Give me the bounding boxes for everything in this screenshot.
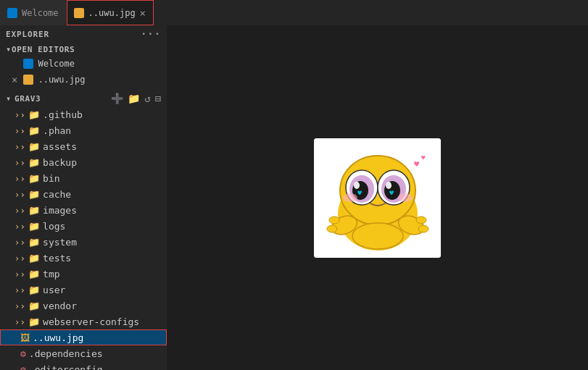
svg-text:♥: ♥ (414, 159, 420, 169)
grav3-label: GRAV3 (15, 94, 41, 104)
grav3-header-right: ➕ 📁 ↺ ⊟ (111, 93, 161, 104)
refresh-icon[interactable]: ↺ (144, 93, 150, 104)
editorconfig-icon: ⚙ (20, 364, 26, 371)
explorer-title: Explorer (6, 30, 49, 39)
sidebar-content: Open Editors × Welcome × ..uwu.jpg (0, 43, 167, 370)
tree-folder-vendor[interactable]: › 📁 vendor (0, 298, 167, 314)
folder-tmp-chevron: › (15, 269, 25, 279)
folder-assets-label: assets (43, 141, 77, 152)
svg-point-10 (354, 182, 360, 189)
folder-vendor-icon: 📁 (28, 300, 40, 311)
new-file-icon[interactable]: ➕ (111, 93, 123, 104)
uwu-file-icon (23, 75, 33, 85)
tab-uwu[interactable]: ..uwu.jpg × (67, 0, 154, 25)
folder-bin-icon: 📁 (28, 173, 40, 184)
folder-cache-icon: 📁 (28, 189, 40, 200)
tree-folder-system[interactable]: › 📁 system (0, 234, 167, 250)
folder-vendor-label: vendor (43, 300, 77, 311)
svg-point-11 (386, 182, 392, 189)
tree-folder-backup[interactable]: › 📁 backup (0, 154, 167, 170)
open-editors-section: Open Editors × Welcome × ..uwu.jpg (0, 43, 167, 91)
open-editors-label: Open Editors (12, 45, 75, 54)
tree-folder-user[interactable]: › 📁 user (0, 282, 167, 298)
open-editor-welcome-label: Welcome (38, 59, 75, 69)
folder-bin-label: bin (43, 173, 59, 184)
sidebar-menu-icon[interactable]: ··· (141, 28, 161, 40)
folder-github-chevron: › (15, 109, 25, 120)
folder-assets-chevron: › (15, 141, 25, 152)
folder-webserver-label: webserver-configs (43, 316, 139, 327)
tree-folder-logs[interactable]: › 📁 logs (0, 218, 167, 234)
folder-logs-label: logs (43, 221, 65, 232)
folder-system-label: system (43, 237, 77, 248)
folder-github-label: .github (43, 109, 83, 120)
dependencies-label: .dependencies (29, 348, 103, 359)
open-editors-chevron (6, 44, 12, 54)
tree-folder-cache[interactable]: › 📁 cache (0, 186, 167, 202)
grav3-section-header: GRAV3 ➕ 📁 ↺ ⊟ (0, 91, 167, 106)
folder-system-chevron: › (15, 237, 25, 248)
tree-file-editorconfig[interactable]: ⚙ .editorconfig (0, 361, 167, 370)
folder-user-label: user (43, 285, 65, 295)
tree-folder-webserver-configs[interactable]: › 📁 webserver-configs (0, 314, 167, 329)
tab-uwu-label: ..uwu.jpg (88, 8, 136, 18)
folder-user-chevron: › (15, 285, 25, 295)
tree-folder-assets[interactable]: › 📁 assets (0, 138, 167, 154)
tree-folder-phan[interactable]: › 📁 .phan (0, 122, 167, 138)
close-uwu-icon[interactable]: × (12, 74, 17, 85)
folder-backup-icon: 📁 (28, 157, 40, 168)
welcome-icon (7, 8, 17, 18)
open-editor-uwu-label: ..uwu.jpg (38, 75, 85, 85)
dependencies-icon: ⚙ (20, 348, 26, 359)
folder-tests-chevron: › (15, 253, 25, 264)
folder-backup-label: backup (43, 157, 77, 168)
folder-cache-label: cache (43, 189, 71, 200)
folder-phan-label: .phan (43, 125, 71, 136)
tree-folder-images[interactable]: › 📁 images (0, 202, 167, 218)
open-editor-uwu[interactable]: × ..uwu.jpg (0, 72, 167, 88)
open-editor-welcome[interactable]: × Welcome (0, 56, 167, 72)
sidebar-header: Explorer ··· (0, 25, 167, 43)
open-editors-header[interactable]: Open Editors (0, 43, 167, 56)
folder-images-icon: 📁 (28, 205, 40, 216)
svg-point-16 (343, 193, 357, 202)
folder-phan-chevron: › (15, 125, 25, 136)
editor-content: ♥ ♥ ♥ ♥ (167, 25, 588, 370)
folder-images-chevron: › (15, 205, 25, 216)
folder-tests-label: tests (43, 253, 71, 264)
tab-bar: Welcome ..uwu.jpg × (0, 0, 588, 25)
tree-folder-github[interactable]: › 📁 .github (0, 106, 167, 122)
folder-logs-icon: 📁 (28, 221, 40, 232)
tree-folder-tests[interactable]: › 📁 tests (0, 250, 167, 266)
editor-pane: ♥ ♥ ♥ ♥ (167, 25, 588, 370)
svg-point-17 (398, 193, 413, 202)
tree-folder-bin[interactable]: › 📁 bin (0, 170, 167, 186)
main-area: Explorer ··· Open Editors × Welcome × (0, 25, 588, 370)
tab-welcome[interactable]: Welcome (0, 0, 67, 25)
folder-tmp-icon: 📁 (28, 269, 40, 279)
svg-point-22 (416, 216, 426, 224)
svg-text:♥: ♥ (357, 189, 362, 197)
folder-logs-chevron: › (15, 221, 25, 232)
folder-assets-icon: 📁 (28, 141, 40, 152)
grav3-header-left[interactable]: GRAV3 (6, 93, 41, 104)
folder-cache-chevron: › (15, 189, 25, 200)
sidebar: Explorer ··· Open Editors × Welcome × (0, 25, 167, 370)
uwu-image-display: ♥ ♥ ♥ ♥ (314, 138, 441, 258)
svg-point-21 (327, 225, 337, 232)
folder-vendor-chevron: › (15, 300, 25, 311)
uwu-tree-icon: 🖼 (20, 332, 30, 343)
folder-images-label: images (43, 205, 77, 216)
collapse-icon[interactable]: ⊟ (155, 93, 161, 104)
svg-text:♥: ♥ (389, 189, 394, 197)
folder-backup-chevron: › (15, 157, 25, 168)
tree-file-uwu[interactable]: 🖼 ..uwu.jpg (0, 329, 167, 345)
tree-file-dependencies[interactable]: ⚙ .dependencies (0, 345, 167, 361)
tab-close-icon[interactable]: × (140, 8, 146, 18)
tab-welcome-label: Welcome (22, 8, 59, 18)
tree-folder-tmp[interactable]: › 📁 tmp (0, 266, 167, 282)
welcome-file-icon (23, 59, 33, 69)
folder-phan-icon: 📁 (28, 125, 40, 136)
folder-tests-icon: 📁 (28, 253, 40, 264)
new-folder-icon[interactable]: 📁 (128, 93, 140, 104)
